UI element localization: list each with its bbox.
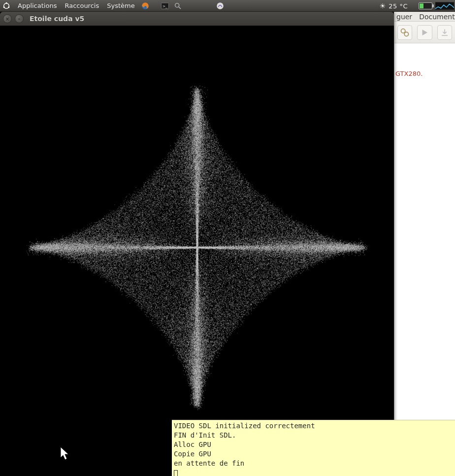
- svg-line-8: [179, 7, 181, 9]
- terminal-output[interactable]: VIDEO SDL initialized correctement FIN d…: [172, 420, 455, 476]
- ide-menu-item[interactable]: Documents: [419, 13, 455, 21]
- svg-text:>_: >_: [162, 4, 167, 8]
- menu-systeme[interactable]: Système: [103, 0, 138, 12]
- terminal-line: FIN d'Init SDL.: [174, 431, 236, 439]
- menu-raccourcis[interactable]: Raccourcis: [61, 0, 103, 12]
- firefox-icon[interactable]: [140, 0, 151, 11]
- weather-icon[interactable]: ☀: [380, 2, 386, 10]
- window-titlebar[interactable]: × – Etoile cuda v5: [0, 12, 394, 26]
- svg-point-3: [8, 6, 9, 8]
- svg-point-0: [4, 3, 9, 9]
- terminal-line: en attente de fin: [174, 459, 244, 467]
- network-graph-icon[interactable]: [435, 2, 454, 10]
- run-button[interactable]: [417, 25, 432, 40]
- ide-editor[interactable]: GTX280.: [394, 43, 455, 420]
- battery-icon[interactable]: [419, 2, 432, 9]
- window-title: Etoile cuda v5: [30, 15, 84, 23]
- system-tray: ☀ 25 °C: [380, 2, 455, 10]
- build-settings-button[interactable]: [397, 25, 412, 40]
- top-panel: Applications Raccourcis Système >_ ☀ 25 …: [0, 0, 455, 12]
- terminal-cursor: [174, 470, 178, 476]
- svg-point-11: [401, 29, 405, 33]
- app-indicator-icon[interactable]: [215, 0, 226, 11]
- menu-applications[interactable]: Applications: [14, 0, 61, 12]
- ide-text-snippet: GTX280.: [395, 70, 422, 77]
- svg-point-9: [217, 2, 224, 9]
- terminal-line: VIDEO SDL initialized correctement: [174, 422, 315, 430]
- temperature-indicator[interactable]: 25 °C: [389, 2, 408, 10]
- svg-point-1: [6, 2, 7, 4]
- ide-menu-item[interactable]: guer: [396, 13, 412, 21]
- ide-toolbar: [394, 22, 455, 43]
- terminal-launcher-icon[interactable]: >_: [160, 0, 170, 11]
- desktop-area[interactable]: [0, 420, 172, 476]
- svg-point-2: [3, 6, 5, 8]
- search-icon[interactable]: [172, 0, 183, 11]
- svg-point-12: [404, 32, 408, 36]
- terminal-line: Alloc GPU: [174, 441, 211, 448]
- ide-menubar: guer Documents: [394, 12, 455, 22]
- close-button[interactable]: ×: [3, 14, 12, 23]
- download-button[interactable]: [437, 25, 452, 40]
- svg-marker-13: [422, 30, 428, 35]
- sim-window: × – Etoile cuda v5: [0, 12, 394, 422]
- simulation-canvas[interactable]: [0, 26, 394, 420]
- ubuntu-logo-icon[interactable]: [1, 0, 12, 11]
- ide-window: guer Documents GTX280.: [394, 12, 455, 420]
- minimize-button[interactable]: –: [15, 14, 24, 23]
- terminal-line: Copie GPU: [174, 450, 211, 458]
- svg-point-7: [175, 3, 179, 7]
